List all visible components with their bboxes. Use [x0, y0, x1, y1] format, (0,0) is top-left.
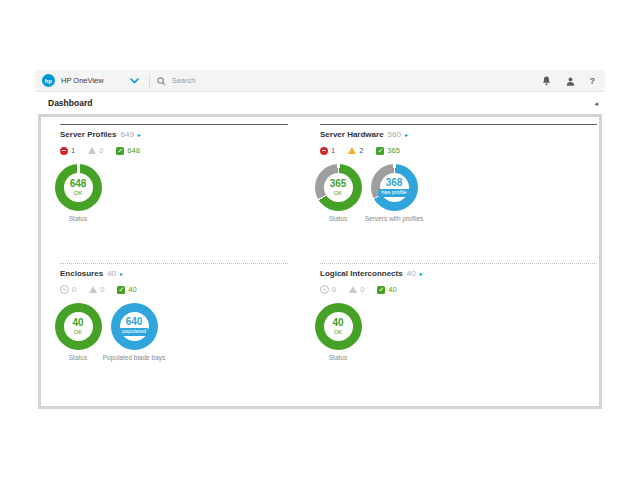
ok-check-icon: ✓: [116, 147, 124, 155]
count-value: 1: [331, 146, 335, 155]
ok-count[interactable]: ✓648: [116, 146, 140, 155]
panel-total: 649: [120, 130, 133, 139]
ok-check-icon: ✓: [117, 286, 125, 294]
page-title: Dashboard: [48, 98, 92, 108]
ok-count[interactable]: ✓40: [377, 285, 396, 294]
warning-count[interactable]: 0: [88, 146, 103, 155]
donut-row: 40OK Status 640populated Populated blade…: [54, 303, 288, 361]
critical-count[interactable]: 1: [320, 146, 335, 155]
donut-chart: 365OK: [315, 164, 362, 211]
critical-count[interactable]: 0: [320, 285, 336, 294]
count-value: 40: [128, 285, 136, 294]
count-value: 0: [100, 285, 104, 294]
donut-status[interactable]: 40OK Status: [314, 303, 362, 361]
search-icon: [157, 72, 166, 90]
hp-logo-icon[interactable]: hp: [42, 74, 55, 87]
hp-oneview-app: hp HP OneView ? Dashboard ◂: [35, 70, 605, 409]
panel-title: Logical Interconnects: [320, 269, 403, 278]
ok-check-icon: ✓: [376, 147, 384, 155]
count-value: 0: [99, 146, 103, 155]
critical-icon: [60, 147, 68, 155]
donut-unit: OK: [74, 190, 83, 196]
ok-count[interactable]: ✓40: [117, 285, 136, 294]
panel-title-link[interactable]: Logical Interconnects 40 ▸: [320, 269, 597, 278]
dashboard-content: Server Profiles 649 ▸ 1 0 ✓648 648OK Sta…: [38, 114, 602, 409]
warning-icon: [89, 286, 97, 293]
ok-check-icon: ✓: [377, 286, 385, 294]
critical-icon: [320, 285, 329, 294]
warning-icon: [349, 286, 357, 293]
donut-value: 368: [386, 178, 403, 188]
donut-chart: 648OK: [55, 164, 102, 211]
donut-chart: 640populated: [111, 303, 158, 350]
donut-caption: Servers with profiles: [365, 215, 424, 222]
collapse-panel-icon[interactable]: ◂: [594, 100, 598, 107]
donut-servers-with-profiles[interactable]: 368has profile Servers with profiles: [370, 164, 418, 222]
search-box[interactable]: [157, 72, 542, 90]
panel-title-link[interactable]: Enclosures 40 ▸: [60, 269, 288, 278]
warning-count[interactable]: 2: [348, 146, 363, 155]
warning-count[interactable]: 0: [89, 285, 104, 294]
count-value: 1: [71, 146, 75, 155]
donut-status[interactable]: 40OK Status: [54, 303, 102, 361]
critical-icon: [320, 147, 328, 155]
donut-row: 648OK Status: [54, 164, 288, 222]
drilldown-arrow-icon: ▸: [405, 131, 408, 138]
chevron-down-icon[interactable]: [130, 78, 139, 84]
donut-chart: 368has profile: [371, 164, 418, 211]
status-counts: 0 0 ✓40: [60, 285, 288, 294]
product-name: HP OneView: [61, 76, 104, 85]
status-counts: 1 0 ✓648: [60, 146, 288, 155]
panel-title-link[interactable]: Server Profiles 649 ▸: [60, 130, 288, 139]
panel-server-profiles: Server Profiles 649 ▸ 1 0 ✓648 648OK Sta…: [60, 124, 288, 222]
donut-value: 648: [70, 179, 87, 189]
count-value: 0: [332, 285, 336, 294]
help-icon[interactable]: ?: [590, 76, 596, 86]
status-counts: 0 0 ✓40: [320, 285, 597, 294]
donut-caption: Populated blade bays: [103, 354, 166, 361]
panel-total: 40: [407, 269, 416, 278]
panel-enclosures: Enclosures 40 ▸ 0 0 ✓40 40OK Status: [60, 263, 288, 361]
panel-server-hardware: Server Hardware 560 ▸ 1 2 ✓365 365OK Sta…: [320, 124, 597, 222]
user-icon[interactable]: [566, 72, 575, 90]
count-value: 0: [360, 285, 364, 294]
drilldown-arrow-icon: ▸: [120, 270, 123, 277]
panel-logical-interconnects: Logical Interconnects 40 ▸ 0 0 ✓40 40OK …: [320, 263, 597, 361]
critical-icon: [60, 285, 69, 294]
donut-caption: Status: [69, 354, 87, 361]
panel-total: 560: [388, 130, 401, 139]
count-value: 0: [72, 285, 76, 294]
donut-unit: OK: [74, 329, 83, 335]
divider: [149, 74, 150, 88]
panel-title: Enclosures: [60, 269, 103, 278]
critical-count[interactable]: 0: [60, 285, 76, 294]
drilldown-arrow-icon: ▸: [138, 131, 141, 138]
notifications-bell-icon[interactable]: [542, 72, 551, 90]
drilldown-arrow-icon: ▸: [420, 270, 423, 277]
donut-populated-blade-bays[interactable]: 640populated Populated blade bays: [110, 303, 158, 361]
ok-count[interactable]: ✓365: [376, 146, 400, 155]
warning-icon: [88, 147, 96, 154]
donut-unit-chip: has profile: [378, 189, 409, 198]
panel-title-link[interactable]: Server Hardware 560 ▸: [320, 130, 597, 139]
donut-status[interactable]: 648OK Status: [54, 164, 102, 222]
panel-title: Server Profiles: [60, 130, 116, 139]
page-bar: Dashboard ◂: [35, 92, 605, 114]
panel-total: 40: [107, 269, 116, 278]
donut-value: 640: [126, 317, 143, 327]
donut-value: 40: [72, 318, 83, 328]
search-input[interactable]: [170, 75, 374, 86]
count-value: 365: [387, 146, 400, 155]
count-value: 2: [359, 146, 363, 155]
donut-unit: OK: [334, 329, 343, 335]
donut-chart: 40OK: [315, 303, 362, 350]
donut-status[interactable]: 365OK Status: [314, 164, 362, 222]
donut-caption: Status: [69, 215, 87, 222]
count-value: 648: [127, 146, 140, 155]
header-actions: ?: [542, 72, 598, 90]
critical-count[interactable]: 1: [60, 146, 75, 155]
warning-count[interactable]: 0: [349, 285, 364, 294]
donut-chart: 40OK: [55, 303, 102, 350]
donut-caption: Status: [329, 215, 347, 222]
donut-row: 40OK Status: [314, 303, 597, 361]
